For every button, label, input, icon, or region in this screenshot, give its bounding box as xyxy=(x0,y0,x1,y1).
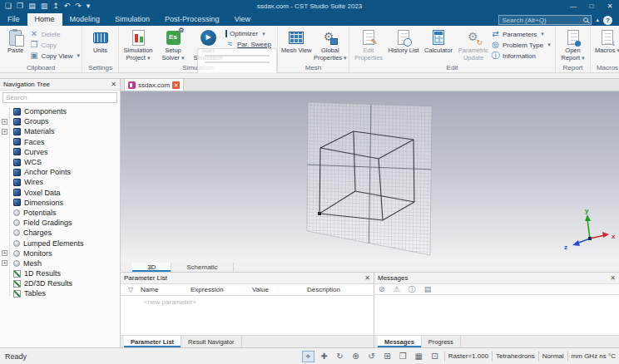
parameter-list-close-button[interactable] xyxy=(364,275,370,282)
undo-icon[interactable]: ↶ xyxy=(64,2,71,10)
pan-icon[interactable]: ✚ xyxy=(318,351,330,362)
save-as-icon[interactable]: ▥ xyxy=(41,2,48,10)
menu-tab[interactable]: Simulation xyxy=(107,13,157,26)
status-render-mode[interactable]: Normal xyxy=(542,352,564,360)
new-parameter-row[interactable]: <new parameter> xyxy=(121,296,374,306)
collapse-ribbon-icon[interactable]: ▴ xyxy=(596,17,599,23)
column-description[interactable]: Description xyxy=(307,286,374,293)
messages-panel-tab[interactable]: Progress xyxy=(422,336,461,347)
tree-item[interactable]: Voxel Data xyxy=(0,188,120,198)
maximize-button[interactable]: □ xyxy=(582,0,601,12)
tree-item[interactable]: Lumped Elements xyxy=(0,238,120,248)
tree-item[interactable]: Field Gradings xyxy=(0,218,120,228)
calculator-button[interactable]: Calculator xyxy=(421,28,456,63)
filter-icon[interactable] xyxy=(121,286,141,293)
tree-item[interactable]: Monitors xyxy=(0,248,120,258)
status-mesh-type[interactable]: Tetrahedrons xyxy=(496,352,535,360)
tree-item[interactable]: Materials xyxy=(0,126,120,136)
info-filter-icon[interactable]: ⓘ xyxy=(409,286,416,293)
tree-item[interactable]: Wires xyxy=(0,177,120,187)
column-expression[interactable]: Expression xyxy=(191,286,252,293)
units-button[interactable]: Units xyxy=(84,28,116,63)
messages-close-button[interactable] xyxy=(610,275,616,282)
tree-item[interactable]: Charges xyxy=(0,228,120,238)
dynamic-zoom-icon[interactable]: ⊕ xyxy=(349,351,362,362)
minimize-button[interactable]: — xyxy=(564,0,582,12)
new-file-icon[interactable]: ❏ xyxy=(5,2,12,10)
information-button[interactable]: Information xyxy=(491,52,551,60)
setup-solver-button[interactable]: Es Setup Solver xyxy=(156,28,191,63)
tree-search-input[interactable] xyxy=(6,94,114,101)
tree-item[interactable]: Dimensions xyxy=(0,198,120,208)
tree-item[interactable]: Anchor Points xyxy=(0,167,120,177)
navigation-tree-close-button[interactable] xyxy=(111,81,116,88)
macros-button[interactable]: Macros xyxy=(592,28,619,63)
parameter-panel-tab[interactable]: Parameter List xyxy=(124,336,181,347)
split-view-icon[interactable]: ❐ xyxy=(397,351,409,362)
menu-tab[interactable]: Modeling xyxy=(62,13,108,26)
expand-icon[interactable] xyxy=(2,129,7,135)
menu-tab[interactable]: View xyxy=(227,13,258,26)
mesh-view-button[interactable]: Mesh View xyxy=(280,28,314,63)
errors-filter-icon[interactable]: ⊘ xyxy=(379,286,385,293)
search-input[interactable] xyxy=(502,17,583,24)
tree-item[interactable]: Potentials xyxy=(0,208,120,218)
rotate-icon[interactable]: ↻ xyxy=(334,351,346,362)
document-tab-close-icon[interactable] xyxy=(172,81,180,89)
menu-tab[interactable]: File xyxy=(0,13,27,26)
3d-viewport[interactable]: y x z xyxy=(121,91,619,263)
global-properties-button[interactable]: Global Properties xyxy=(314,28,348,63)
parameter-panel-tab[interactable]: Result Navigator xyxy=(181,336,241,347)
tree-item[interactable]: Faces xyxy=(0,137,120,147)
close-button[interactable]: ✕ xyxy=(601,0,619,12)
par-sweep-button[interactable]: Par. Sweep xyxy=(225,40,271,48)
column-value[interactable]: Value xyxy=(252,286,307,293)
tree-item[interactable]: Components xyxy=(0,106,120,116)
fullscreen-icon[interactable]: ⊡ xyxy=(428,351,441,362)
bounding-box-icon[interactable]: ▦ xyxy=(413,351,425,362)
tree-item[interactable]: 2D/3D Results xyxy=(0,278,120,288)
customize-quick-access-icon[interactable]: ▾ xyxy=(87,2,91,10)
column-name[interactable]: Name xyxy=(141,286,191,293)
messages-panel-tab[interactable]: Messages xyxy=(378,336,422,347)
search-box[interactable] xyxy=(498,15,592,25)
help-icon[interactable]: ? xyxy=(603,16,612,25)
open-file-icon[interactable]: ❐ xyxy=(17,2,23,10)
expand-icon[interactable] xyxy=(2,260,7,266)
tree-item[interactable]: Tables xyxy=(0,288,120,298)
tree-item[interactable]: WCS xyxy=(0,157,120,167)
open-report-button[interactable]: Open Report xyxy=(557,28,588,63)
tree-search-box[interactable] xyxy=(2,92,117,103)
menu-tab[interactable]: Home xyxy=(27,13,62,26)
menu-tab[interactable]: Post-Processing xyxy=(157,13,227,26)
tree-item[interactable]: Groups xyxy=(0,116,120,126)
status-units[interactable]: mm GHz ns °C xyxy=(572,352,616,360)
rotate-in-plane-icon[interactable]: ↺ xyxy=(365,351,378,362)
zoom-to-selection-icon[interactable]: ⊞ xyxy=(381,351,394,362)
tree-item[interactable]: Mesh xyxy=(0,258,120,268)
view-tab[interactable]: 3D xyxy=(132,263,171,272)
tree-item[interactable]: 1D Results xyxy=(0,268,120,278)
simulation-project-button[interactable]: Simulation Project xyxy=(121,28,156,63)
tree-item[interactable]: Curves xyxy=(0,147,120,157)
edit-properties-button[interactable]: Edit Properties xyxy=(351,28,386,63)
document-tab[interactable]: ssdax.com xyxy=(124,78,184,91)
save-icon[interactable]: ▤ xyxy=(28,2,36,10)
view-tab[interactable]: Schematic xyxy=(171,263,233,272)
warnings-filter-icon[interactable]: ⚠ xyxy=(394,286,400,293)
parametric-update-button[interactable]: Parametric Update xyxy=(456,28,491,63)
import-export-icon[interactable]: ↥ xyxy=(52,2,59,10)
expand-icon[interactable] xyxy=(2,250,7,256)
redo-icon[interactable]: ↷ xyxy=(75,2,82,10)
copy-view-button[interactable]: Copy View xyxy=(29,52,80,60)
parameters-button[interactable]: Parameters xyxy=(491,30,551,38)
optimizer-button[interactable]: Optimizer xyxy=(225,30,271,37)
message-options-icon[interactable]: ▤ xyxy=(424,286,432,293)
copy-button[interactable]: Copy xyxy=(29,41,80,49)
paste-button[interactable]: Paste xyxy=(2,28,29,63)
history-list-button[interactable]: History List xyxy=(386,28,421,63)
problem-type-button[interactable]: Problem Type xyxy=(491,41,551,49)
expand-icon[interactable] xyxy=(2,119,7,125)
zoom-select-icon[interactable]: ⌖ xyxy=(302,351,314,362)
delete-button[interactable]: Delete xyxy=(29,30,80,38)
